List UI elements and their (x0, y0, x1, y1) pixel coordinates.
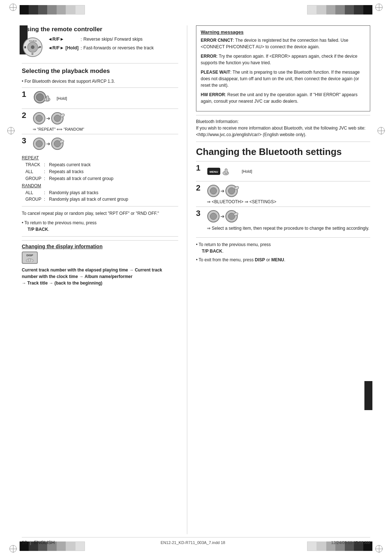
error-cnnct-term: ERROR CNNCT (201, 38, 233, 43)
hw-error-term: HW ERROR (201, 92, 225, 97)
warning-hw-error: HW ERROR: Reset the unit and try the ope… (201, 91, 366, 105)
divider-bt2 (196, 237, 370, 238)
bt-step-2-icon: ➜ (207, 184, 240, 199)
disp-icon-box: DISP (22, 252, 178, 264)
repeat-group-row: GROUP : Repeats all track of current gro… (25, 176, 178, 182)
remote-desc-1: Reverse skips/ Forward skips (83, 36, 143, 43)
step-3-content: ➜ (33, 136, 178, 152)
svg-point-2 (31, 45, 34, 49)
bt-info-intro: Bluetooth Information: (196, 119, 238, 124)
random-group-row: GROUP : Randomly plays all track of curr… (25, 196, 178, 203)
svg-text:SOURCE: SOURCE (29, 40, 37, 42)
using-remote-title: Using the remote controller (22, 25, 178, 33)
svg-point-17 (54, 115, 61, 122)
bt-step-2-label: ⇒ <BLUETOOTH> ⇒ <SETTINGS> (207, 199, 276, 204)
repeat-label: REPEAT (22, 155, 178, 160)
bt-step-num-1: 1 (196, 164, 203, 172)
repeat-track-val: Repeats current track (49, 162, 178, 168)
svg-point-20 (36, 140, 42, 147)
divider-2 (22, 206, 178, 207)
remote-desc-2: Fast-forwards or reverses the track (83, 45, 154, 52)
random-all-key: ALL (25, 190, 42, 196)
bt-step-3-content: ➜ ⇒ Select a setting item, then repeat t… (207, 209, 370, 232)
step-2-icon: ➜ (33, 111, 65, 126)
display-info-section: Changing the display information DISP Cu… (22, 240, 178, 286)
changing-bt-title: Changing the Bluetooth settings (196, 146, 370, 158)
footer-timestamp: 12/24/09 11:17:29 AM (331, 540, 370, 545)
remote-def-1: ◄R/F► : Reverse skips/ Forward skips (48, 36, 178, 43)
svg-text:➜: ➜ (46, 115, 50, 121)
bt-step-3-icon: ➜ (207, 209, 240, 224)
step-3-icon: ➜ (33, 136, 65, 152)
playback-section: Selecting the playback modes • For Bluet… (22, 67, 178, 233)
warning-error-cnnct: ERROR CNNCT: The device is registered bu… (201, 37, 366, 50)
remote-term-1: ◄R/F► (48, 36, 81, 43)
remote-def-2: ◄R/F► [Hold] : Fast-forwards or reverses… (48, 45, 178, 52)
svg-text:◄: ◄ (23, 45, 26, 49)
main-content: Using the remote controller R SOURCE (22, 25, 370, 534)
page-language: ENGLISH (34, 540, 55, 545)
repeat-all-key: ALL (25, 169, 42, 175)
using-remote-section: Using the remote controller R SOURCE (22, 25, 178, 58)
error-term: ERROR (201, 54, 216, 59)
random-group-val: Randomly plays all track of current grou… (49, 196, 178, 203)
repeat-group-val: Repeats all track of current group (49, 176, 178, 182)
random-group-key: GROUP (25, 196, 42, 203)
bt-step-3-label: ⇒ Select a setting item, then repeat the… (207, 225, 370, 232)
svg-rect-12 (46, 96, 49, 101)
cancel-note: To cancel repeat play or random play, se… (22, 210, 178, 217)
bt-step-1-content: MENU [Hold] (207, 164, 370, 179)
bt-step-num-2: 2 (196, 184, 203, 192)
hold-button-icon (33, 90, 51, 106)
footer-left: 18 | ENGLISH (22, 540, 55, 545)
menu-label: MENU (271, 257, 284, 262)
random-all-row: ALL : Randomly plays all tracks (25, 190, 178, 196)
footer-file-info: EN12-21_KD-R711_003A_7.indd 18 (161, 540, 225, 545)
remote-svg: R SOURCE F D ◄ ► (22, 37, 43, 58)
remote-definitions: ◄R/F► : Reverse skips/ Forward skips ◄R/… (48, 36, 178, 53)
step-1-content: [Hold] (33, 90, 178, 106)
svg-rect-30 (225, 169, 227, 174)
step-2-content: ➜ ⇒ "REPEAT" ⟺ "RANDOM" (33, 111, 178, 132)
disp-text: Current track number with the elapsed pl… (22, 267, 178, 286)
warning-title: Warning messages (201, 29, 366, 35)
step-num-3: 3 (22, 136, 29, 145)
random-all-val: Randomly plays all tracks (49, 190, 178, 196)
bt-step-1-label: [Hold] (242, 169, 252, 173)
playback-title: Selecting the playback modes (22, 67, 178, 75)
menu-button-icon: MENU (207, 164, 240, 179)
bt-step-2: 2 ➜ ⇒ <BLUETOOTH> ⇒ <SETTINGS> (196, 181, 370, 207)
repeat-group-key: GROUP (25, 176, 42, 182)
svg-text:➜: ➜ (220, 188, 225, 194)
warning-error: ERROR: Try the operation again. If <ERRO… (201, 53, 366, 66)
remote-box: R SOURCE F D ◄ ► ◄R/F► : (22, 36, 178, 58)
repeat-track-row: TRACK : Repeats current track (25, 162, 178, 168)
bt-step-3: 3 ➜ ⇒ Select a setting item, then repeat… (196, 207, 370, 234)
svg-text:MENU: MENU (209, 170, 218, 173)
bt-tpback: T/P BACK (202, 249, 222, 254)
random-label: RANDOM (22, 183, 178, 188)
step-num-2: 2 (22, 111, 29, 120)
right-column: Warning messages ERROR CNNCT: The device… (187, 25, 370, 534)
changing-bluetooth-section: Changing the Bluetooth settings 1 MENU (196, 146, 370, 263)
repeat-track-key: TRACK (25, 162, 42, 168)
display-info-title: Changing the display information (22, 244, 178, 249)
bt-step-1: 1 MENU [Hold] (196, 161, 370, 181)
divider-3 (22, 236, 178, 237)
svg-point-32 (210, 188, 217, 194)
disp-label: DISP (255, 257, 265, 262)
playback-step-2: 2 ➜ (22, 109, 178, 134)
svg-rect-26 (28, 258, 30, 262)
remote-icon: R SOURCE F D ◄ ► (22, 36, 44, 58)
step-1-label: [Hold] (57, 96, 67, 101)
repeat-all-val: Repeats all tracks (49, 169, 178, 175)
divider-1 (22, 63, 178, 64)
svg-point-38 (210, 213, 217, 220)
repeat-table: TRACK : Repeats current track ALL : Repe… (25, 162, 178, 181)
disp-button-icon: DISP (22, 252, 38, 264)
bt-info-text: If you wish to receive more information … (196, 126, 366, 137)
svg-text:D: D (32, 53, 33, 55)
random-table: ALL : Randomly plays all tracks GROUP : … (25, 190, 178, 203)
svg-text:➜: ➜ (46, 141, 50, 147)
playback-note: • For Bluetooth devices that support AVR… (22, 78, 178, 85)
